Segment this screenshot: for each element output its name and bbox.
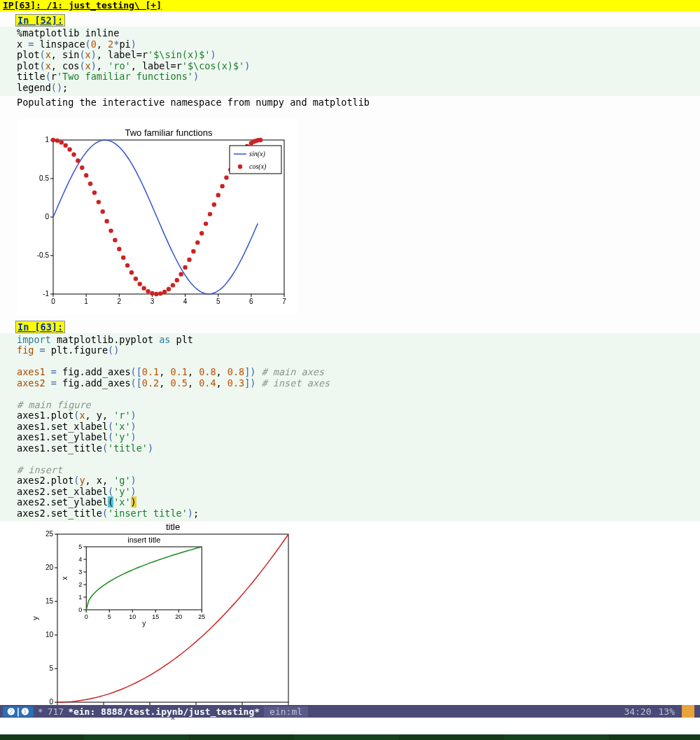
svg-text:0: 0 (45, 213, 49, 221)
svg-text:Two familiar functions: Two familiar functions (125, 127, 213, 138)
svg-text:4: 4 (78, 556, 82, 563)
svg-text:0.5: 0.5 (39, 174, 49, 182)
svg-point-34 (76, 158, 80, 162)
svg-text:5: 5 (78, 543, 82, 550)
code-line[interactable]: fig = plt.figure() (17, 345, 696, 356)
svg-text:25: 25 (46, 531, 54, 538)
svg-point-84 (238, 165, 242, 169)
svg-text:insert title: insert title (127, 536, 160, 544)
code-line[interactable]: axes2.set_xlabel('y') (17, 487, 696, 498)
svg-text:sin(x): sin(x) (249, 150, 265, 158)
code-line[interactable]: %matplotlib inline (17, 28, 696, 39)
svg-point-32 (67, 147, 71, 151)
modeline-scroll-pct: 13% (659, 706, 675, 717)
code-line[interactable]: plot(x, cos(x), 'ro', label=r'$\cos(x)$'… (17, 61, 696, 72)
svg-point-39 (97, 200, 101, 204)
svg-point-40 (101, 209, 105, 214)
code-line[interactable]: axes1.set_xlabel('x') (17, 421, 696, 433)
tab-title: IP[63]: /1: just_testing\ [+] (0, 0, 700, 11)
svg-point-42 (108, 229, 113, 233)
svg-point-63 (195, 240, 200, 244)
svg-text:5: 5 (108, 613, 111, 620)
svg-point-62 (191, 249, 195, 253)
code-line[interactable]: axes2.plot(y, x, 'g') (17, 475, 696, 487)
svg-text:3: 3 (150, 298, 155, 305)
svg-point-53 (154, 292, 158, 296)
svg-point-48 (134, 277, 138, 281)
svg-point-80 (258, 138, 262, 142)
svg-point-35 (80, 165, 84, 169)
svg-point-47 (130, 270, 134, 274)
svg-point-65 (204, 222, 208, 226)
svg-point-60 (183, 265, 187, 270)
code-line[interactable]: axes1.set_title('title') (17, 443, 696, 454)
svg-text:10: 10 (129, 613, 136, 620)
code-line[interactable]: axes1 = fig.add_axes([0.1, 0.1, 0.8, 0.8… (17, 367, 696, 378)
modeline-line-number: 717 (48, 706, 64, 717)
chart-2: 0123450510152025titlexy0510152025012345i… (17, 522, 311, 732)
cell-63-output: 0123450510152025titlexy0510152025012345i… (0, 522, 700, 734)
svg-text:0: 0 (78, 606, 82, 613)
svg-point-55 (162, 290, 167, 294)
code-line[interactable] (17, 356, 696, 368)
svg-point-67 (212, 202, 216, 207)
modeline-major-mode: ein:ml (264, 706, 308, 717)
svg-point-70 (224, 176, 228, 180)
code-line[interactable]: legend(); (17, 83, 696, 94)
svg-text:15: 15 (46, 598, 54, 606)
code-line[interactable]: axes2.set_title('insert title'); (17, 508, 696, 519)
svg-point-28 (51, 138, 55, 142)
cell-52-code[interactable]: %matplotlib inline x = linspace(0, 2*pi)… (0, 27, 700, 96)
cell-prompt-63: In [63]: (15, 321, 65, 333)
svg-point-31 (63, 144, 67, 148)
svg-point-33 (71, 153, 76, 157)
svg-text:20: 20 (46, 564, 54, 572)
modeline-workspace-badge: ❷|❶ (3, 706, 34, 717)
code-line[interactable]: title(r'Two familiar functions') (17, 71, 696, 83)
cell-52-output: Populating the interactive namespace fro… (0, 96, 700, 318)
svg-text:2: 2 (78, 581, 82, 588)
svg-text:x: x (61, 577, 69, 580)
stdout-line: Populating the interactive namespace fro… (17, 97, 696, 109)
svg-text:y: y (142, 620, 146, 627)
svg-point-36 (84, 173, 88, 177)
svg-point-30 (59, 140, 64, 144)
svg-text:7: 7 (282, 298, 286, 305)
svg-text:1: 1 (45, 136, 49, 144)
svg-text:15: 15 (152, 613, 159, 620)
code-line[interactable]: plot(x, sin(x), label=r'$\sin(x)$') (17, 50, 696, 61)
cell-63-code[interactable]: import matplotlib.pyplot as plt fig = pl… (0, 333, 700, 522)
svg-text:2: 2 (118, 298, 122, 305)
code-line[interactable]: # insert (17, 465, 696, 476)
svg-point-57 (171, 283, 175, 287)
code-line[interactable]: axes1.plot(x, y, 'r') (17, 410, 696, 421)
svg-text:5: 5 (49, 665, 53, 673)
svg-point-37 (88, 181, 92, 186)
code-line[interactable]: axes1.set_ylabel('y') (17, 432, 696, 443)
svg-point-43 (113, 238, 117, 242)
svg-text:6: 6 (249, 298, 253, 305)
svg-text:20: 20 (175, 613, 182, 620)
svg-point-45 (121, 256, 125, 260)
svg-text:1: 1 (78, 594, 82, 601)
svg-point-64 (200, 231, 204, 235)
code-line[interactable]: x = linspace(0, 2*pi) (17, 39, 696, 50)
svg-text:title: title (166, 522, 180, 532)
svg-text:y: y (31, 616, 39, 620)
modeline-modified-star: * (38, 706, 43, 717)
svg-text:0: 0 (85, 613, 88, 620)
svg-point-38 (92, 190, 97, 195)
code-line[interactable] (17, 389, 696, 400)
editor-pane[interactable]: IP[63]: /1: just_testing\ [+] In [52]: %… (0, 0, 700, 718)
code-line[interactable]: # main figure (17, 400, 696, 411)
svg-point-56 (167, 287, 171, 291)
svg-point-29 (55, 139, 59, 143)
svg-text:25: 25 (198, 613, 205, 620)
code-line[interactable]: axes2.set_ylabel('x') (17, 497, 696, 508)
svg-text:4: 4 (183, 298, 188, 305)
code-line[interactable] (17, 454, 696, 465)
svg-point-58 (175, 278, 179, 282)
code-line[interactable]: axes2 = fig.add_axes([0.2, 0.5, 0.4, 0.3… (17, 378, 696, 389)
code-line[interactable]: import matplotlib.pyplot as plt (17, 335, 696, 346)
svg-point-52 (150, 291, 154, 295)
